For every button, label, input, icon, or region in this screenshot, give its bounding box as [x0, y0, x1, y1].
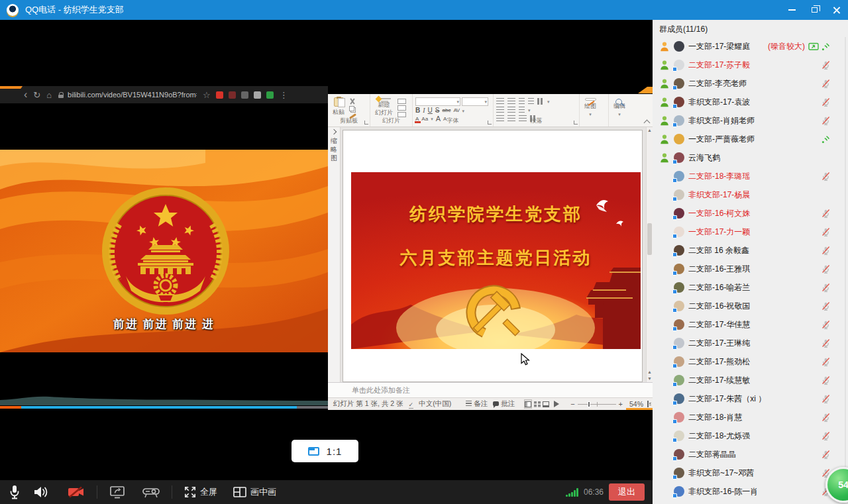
title-bar[interactable]: QQ电话 - 纺织学生党支部	[0, 0, 848, 20]
extension-icon-red[interactable]	[216, 91, 223, 99]
scroll-up-icon[interactable]: ▲	[647, 127, 653, 134]
ribbon-collapse-icon[interactable]	[645, 119, 649, 124]
browser-refresh-icon[interactable]	[33, 91, 40, 99]
microphone-button[interactable]	[8, 485, 21, 499]
member-row[interactable]: 非织支部-肖娟老师	[653, 111, 848, 130]
member-row[interactable]: 非织支部~17~邓茜	[653, 464, 848, 482]
camera-off-button[interactable]	[68, 485, 85, 499]
reset-icon[interactable]	[398, 105, 406, 111]
member-row[interactable]: 一支部-严蔷薇老师	[653, 130, 848, 148]
clipboard-dialog-launcher[interactable]	[364, 121, 368, 125]
thumbnail-pane-collapsed[interactable]: 缩略图	[328, 127, 341, 382]
zoom-percentage[interactable]: 54%	[629, 400, 643, 408]
drawing-button[interactable]: 绘图 ▾	[582, 96, 598, 117]
bookmark-star-icon[interactable]	[203, 91, 211, 99]
member-row[interactable]: 一支部-17-力一颖	[653, 223, 848, 241]
language-indicator[interactable]: 中文(中国)	[419, 399, 451, 409]
numbering-icon[interactable]	[507, 98, 515, 105]
member-row[interactable]: 二支部-17-苏子毅	[653, 56, 848, 74]
member-row[interactable]: 二支部-16-祝敬国	[653, 297, 848, 315]
columns-icon[interactable]	[537, 98, 544, 105]
zoom-slider-thumb[interactable]	[588, 401, 590, 407]
char-spacing-button[interactable]: AV	[453, 108, 459, 113]
member-row[interactable]: 二支部-17-朱茜（xi ）	[653, 389, 848, 408]
notes-toggle[interactable]: 备注	[466, 399, 488, 409]
fullscreen-button[interactable]: 全屏	[184, 486, 217, 498]
previous-slide-icon[interactable]: ▲	[647, 369, 653, 376]
browser-home-icon[interactable]	[46, 91, 52, 99]
slide-editing-area[interactable]: 纺织学院学生党支部 六月支部主题党日活动	[341, 127, 646, 382]
strikethrough-button[interactable]: abc	[442, 108, 450, 113]
italic-button[interactable]: I	[423, 107, 425, 114]
paste-button[interactable]: 粘贴	[331, 96, 346, 117]
member-row[interactable]: 非织支部-17-袁波	[653, 93, 848, 111]
video-progress-bar[interactable]	[0, 406, 328, 409]
zoom-in-button[interactable]: +	[616, 400, 625, 408]
slide-canvas[interactable]: 纺织学院学生党支部 六月支部主题党日活动	[343, 130, 643, 382]
extension-icon-light[interactable]	[254, 91, 261, 99]
expand-pane-icon[interactable]	[331, 129, 337, 134]
line-spacing-icon[interactable]	[519, 107, 525, 113]
spellcheck-icon[interactable]	[409, 400, 414, 408]
browser-back-icon[interactable]	[24, 89, 27, 100]
minimize-button[interactable]	[780, 0, 803, 20]
share-screen-button[interactable]	[109, 485, 125, 499]
paragraph-dialog-launcher[interactable]	[574, 121, 578, 125]
new-slide-button[interactable]: 新建 幻灯片	[373, 96, 395, 117]
notes-pane[interactable]: 单击此处添加备注	[328, 382, 653, 397]
scroll-thumb[interactable]	[647, 223, 652, 255]
scale-1-1-button[interactable]: 1:1	[292, 440, 358, 462]
slide-sorter-button[interactable]	[534, 399, 541, 409]
next-slide-icon[interactable]: ▼	[647, 376, 653, 382]
align-left-icon[interactable]	[496, 107, 504, 113]
zoom-slider[interactable]	[578, 404, 616, 405]
ppt-vertical-scrollbar[interactable]: ▲ ▲ ▼	[646, 127, 653, 382]
member-row[interactable]: 一支部-16-柯文姝	[653, 204, 848, 223]
member-scrollbar[interactable]	[845, 37, 846, 501]
close-button[interactable]	[825, 0, 848, 20]
restore-button[interactable]	[803, 0, 825, 20]
reading-view-button[interactable]	[543, 399, 549, 409]
member-row[interactable]: 非织支部-17-杨晨	[653, 185, 848, 204]
member-row[interactable]: 二支部-李亮老师	[653, 74, 848, 93]
slideshow-button[interactable]	[551, 399, 562, 409]
member-row[interactable]: 云海飞鹤	[653, 148, 848, 167]
exit-button[interactable]: 退出	[609, 483, 645, 501]
indent-decrease-icon[interactable]	[519, 98, 525, 105]
member-row[interactable]: 二支部-17-华佳慧	[653, 315, 848, 334]
normal-view-button[interactable]	[524, 399, 532, 409]
extension-icon-green[interactable]	[266, 91, 274, 99]
fit-to-window-icon[interactable]	[647, 401, 649, 407]
member-row[interactable]: 二支部 16 余毅鑫	[653, 241, 848, 260]
copy-icon[interactable]	[349, 106, 354, 112]
bullets-icon[interactable]	[496, 98, 504, 105]
member-row[interactable]: 二支部-18-尤烁强	[653, 427, 848, 445]
member-row[interactable]: 二支部-18-李璐瑶	[653, 167, 848, 185]
editing-button[interactable]: 编辑 ▾	[611, 96, 627, 117]
extension-icon-maroon[interactable]	[229, 91, 236, 99]
align-center-icon[interactable]	[507, 107, 515, 113]
browser-address-bar[interactable]: bilibili.com/video/BV15W411N9oB?from=s..…	[0, 86, 328, 103]
extension-icon-gray[interactable]	[241, 91, 248, 99]
member-row[interactable]: 二支部蒋晶晶	[653, 445, 848, 464]
layout-icon[interactable]	[398, 99, 406, 104]
underline-button[interactable]: U	[428, 107, 433, 114]
member-row[interactable]: 一支部-17-梁耀庭(噪音较大)	[653, 37, 848, 56]
comments-toggle[interactable]: 批注	[493, 399, 515, 409]
browser-menu-icon[interactable]	[280, 91, 288, 99]
member-row[interactable]: 二支部-18-肖慧	[653, 408, 848, 427]
font-dialog-launcher[interactable]	[488, 121, 492, 125]
speaker-button[interactable]	[33, 485, 49, 499]
indent-increase-icon[interactable]	[528, 98, 534, 105]
member-row[interactable]: 二支部-17-王琳纯	[653, 334, 848, 352]
url-text[interactable]: bilibili.com/video/BV15W411N9oB?from=s..…	[68, 91, 197, 99]
member-row[interactable]: 二支部-17-续慧敏	[653, 371, 848, 389]
font-name-select[interactable]: ▾	[415, 97, 460, 106]
anthem-video-player[interactable]: 前进 前进 前进 进	[0, 103, 328, 411]
zoom-out-button[interactable]: −	[568, 400, 577, 408]
pip-button[interactable]: 画中画	[233, 486, 276, 498]
member-row[interactable]: 二支部-16-王雅琪	[653, 260, 848, 278]
member-row[interactable]: 二支部-17-熊劲松	[653, 352, 848, 371]
member-row[interactable]: 二支部-16-喻若兰	[653, 278, 848, 297]
member-row[interactable]: 非织支部-16-陈一肖	[653, 482, 848, 501]
